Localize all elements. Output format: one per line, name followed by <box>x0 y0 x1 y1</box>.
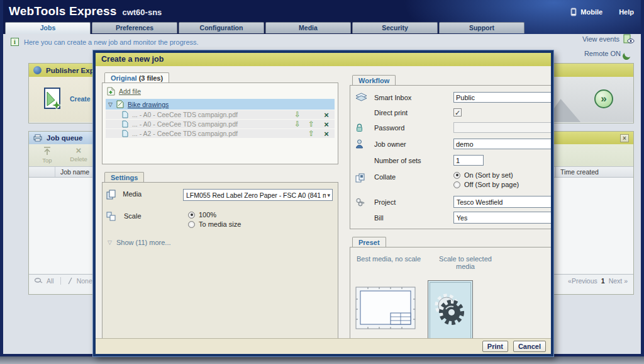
move-top-icon <box>42 146 52 156</box>
top-button[interactable]: Top <box>33 146 62 164</box>
move-down-icon[interactable]: ⇩ <box>291 120 304 128</box>
print-button[interactable]: Print <box>482 341 508 352</box>
view-events-icon <box>623 34 635 44</box>
media-icon <box>106 190 116 200</box>
tab-jobs[interactable]: Jobs <box>5 22 91 34</box>
info-bar: i Here you can create a new job and moni… <box>11 38 199 46</box>
media-select[interactable]: LFM055 Red Label Zero Paper - FSC A0 (84… <box>183 189 333 201</box>
file-name: ... - A0 - CeeCee TDS campaign.pdf <box>132 120 238 128</box>
original-file-list: Add file ▽ Bike drawings ... - A0 - CeeC… <box>102 82 338 164</box>
radio-icon[interactable] <box>453 181 460 188</box>
number-of-sets-input[interactable] <box>453 155 484 166</box>
job-owner-input[interactable] <box>453 139 551 149</box>
dropdown-arrow-icon: ▾ <box>326 192 330 198</box>
tab-configuration[interactable]: Configuration <box>179 22 264 33</box>
selection-column <box>29 167 55 177</box>
tab-security[interactable]: Security <box>352 22 438 33</box>
bill-select[interactable]: Yes ▾ <box>453 212 551 224</box>
collate-icon <box>355 173 366 183</box>
move-up-icon[interactable]: ⇧ <box>304 129 318 138</box>
project-label: Project <box>374 198 445 206</box>
remote-on-toggle[interactable]: Remote ON <box>584 50 635 57</box>
move-down-icon[interactable]: ⇩ <box>291 110 304 119</box>
number-of-sets-label: Number of sets <box>374 157 445 164</box>
scale-100-option[interactable]: 100% <box>188 211 241 219</box>
radio-icon[interactable] <box>188 212 195 219</box>
group-name-link[interactable]: Bike drawings <box>128 101 169 108</box>
smart-inbox-input[interactable] <box>453 92 551 103</box>
file-row[interactable]: ... - A0 - CeeCee TDS campaign.pdf ⇩ ⇧ × <box>106 120 335 128</box>
radio-icon[interactable] <box>188 221 195 228</box>
preset-best-media-thumbnail[interactable] <box>355 287 416 332</box>
media-label: Media <box>123 189 183 198</box>
delete-button[interactable]: × Delete <box>64 146 93 162</box>
select-none-link[interactable]: None <box>77 277 92 285</box>
tab-support[interactable]: Support <box>439 22 525 33</box>
scale-to-media-option[interactable]: To media size <box>188 220 241 228</box>
settings-section: Media LFM055 Red Label Zero Paper - FSC … <box>102 182 338 338</box>
add-file-icon <box>107 87 115 96</box>
collate-off-option[interactable]: Off (Sort by page) <box>453 181 519 188</box>
cancel-button[interactable]: Cancel <box>513 341 546 352</box>
current-page-number: 1 <box>601 277 605 285</box>
settings-section-tab[interactable]: Settings <box>104 172 144 182</box>
project-select[interactable]: Tesco Westfield ▾ <box>453 196 551 208</box>
smart-inbox-label: Smart Inbox <box>374 94 445 101</box>
collapse-triangle-icon[interactable]: ▽ <box>108 101 113 108</box>
dialog-title: Create a new job <box>96 53 551 66</box>
file-row[interactable]: ... - A2 - CeeCee TDS campaign.pdf ⇧ × <box>106 129 335 138</box>
scale-icon <box>106 212 116 221</box>
preset-option2-label: Scale to selected media <box>435 255 496 270</box>
file-group-row[interactable]: ▽ Bike drawings <box>106 99 335 110</box>
remove-file-icon[interactable]: × <box>318 110 335 120</box>
scale-label: Scale <box>124 211 188 220</box>
file-name: ... - A0 - CeeCee TDS campaign.pdf <box>132 111 238 118</box>
create-job-dialog: Create a new job Original (3 files) Add … <box>93 50 553 356</box>
main-tabs: Jobs Preferences Configuration Media Sec… <box>5 22 525 34</box>
previous-page-link[interactable]: «Previous <box>568 277 597 285</box>
tab-media[interactable]: Media <box>265 22 351 33</box>
sphere-icon <box>33 66 42 74</box>
original-section-tab[interactable]: Original (3 files) <box>104 72 169 82</box>
file-document-icon <box>122 120 128 128</box>
next-page-link[interactable]: Next » <box>609 277 628 285</box>
password-input <box>453 122 551 133</box>
workflow-section-tab[interactable]: Workflow <box>352 75 396 85</box>
preset-scale-to-media-thumbnail[interactable] <box>428 280 473 338</box>
show-more-link[interactable]: ▽ Show (11) more... <box>108 239 333 246</box>
password-label: Password <box>374 124 445 132</box>
file-row[interactable]: ... - A0 - CeeCee TDS campaign.pdf ⇩ × <box>106 110 335 119</box>
app-title: WebTools Express <box>9 4 116 18</box>
tab-preferences[interactable]: Preferences <box>92 22 177 33</box>
remote-crescent-icon <box>623 48 633 58</box>
move-up-icon[interactable]: ⇧ <box>304 120 318 128</box>
app-brand: WebTools Expresscwt60-sns <box>9 4 162 18</box>
select-all-link[interactable]: All <box>47 277 54 285</box>
printer-icon <box>33 134 42 142</box>
gear-image <box>431 290 470 331</box>
remove-file-icon[interactable]: × <box>318 120 335 129</box>
remove-file-icon[interactable]: × <box>318 129 335 139</box>
help-link[interactable]: Help <box>619 8 634 16</box>
add-file-link[interactable]: Add file <box>106 85 335 99</box>
radio-icon[interactable] <box>453 172 460 179</box>
go-chevron-button[interactable]: » <box>594 89 613 108</box>
password-lock-icon <box>355 123 364 132</box>
project-keys-icon <box>355 198 366 207</box>
time-created-column-header[interactable]: Time created <box>555 167 599 177</box>
close-panel-button[interactable]: × <box>620 134 629 142</box>
preset-section: Best media, no scale Scale to selected m… <box>350 247 551 338</box>
preset-section-tab[interactable]: Preset <box>352 237 386 247</box>
file-name: ... - A2 - CeeCee TDS campaign.pdf <box>132 130 238 137</box>
collate-on-option[interactable]: On (Sort by set) <box>453 171 519 179</box>
bill-label: Bill <box>374 214 445 222</box>
file-document-icon <box>122 111 128 118</box>
collate-label: Collate <box>374 171 445 181</box>
view-events-link[interactable]: View events <box>582 34 635 44</box>
preset-option1-label: Best media, no scale <box>357 255 421 263</box>
direct-print-checkbox[interactable]: ✓ <box>453 108 462 117</box>
job-name-column-header[interactable]: Job name <box>55 168 89 176</box>
select-all-icon <box>34 277 43 284</box>
delete-x-icon: × <box>76 146 82 155</box>
mobile-link[interactable]: Mobile <box>570 8 602 16</box>
